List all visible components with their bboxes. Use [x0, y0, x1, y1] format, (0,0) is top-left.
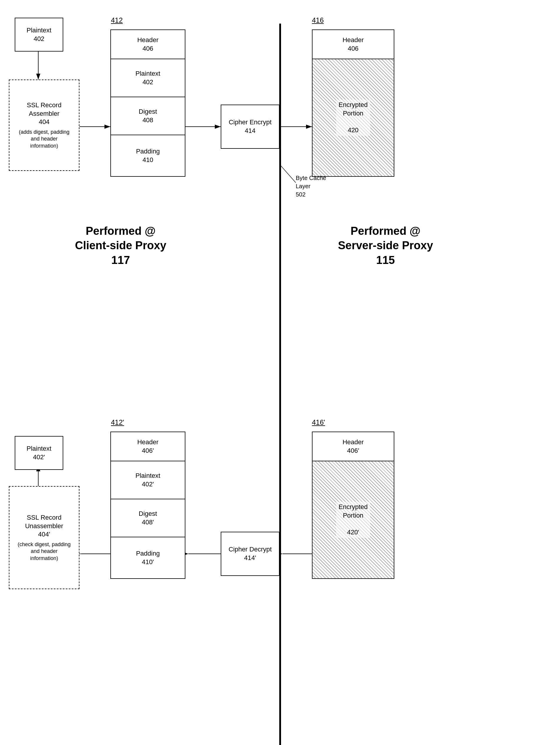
cipher-encrypt-box: Cipher Encrypt 414: [221, 105, 280, 149]
record-416p-encrypted: EncryptedPortion420': [313, 461, 394, 578]
cipher-encrypt-number: 414: [245, 127, 256, 135]
record-412p-digest: Digest408': [111, 499, 185, 537]
ssl-record-unassembler-box: SSL RecordUnassembler 404' (check digest…: [9, 486, 79, 589]
plaintext-box-top: Plaintext 402: [15, 18, 63, 52]
record-412-digest: Digest408: [111, 97, 185, 135]
record-416p-label: 416': [312, 418, 325, 426]
byte-cache-label: Byte CacheLayer502: [296, 174, 326, 199]
record-416-box: Header406 EncryptedPortion420: [312, 29, 394, 177]
server-proxy-label: Performed @Server-side Proxy115: [294, 224, 477, 267]
cipher-decrypt-box: Cipher Decrypt 414': [221, 532, 280, 576]
ssl-unassembler-number: 404': [38, 530, 50, 539]
svg-line-7: [280, 165, 296, 183]
plaintext-label-top: Plaintext: [27, 26, 51, 35]
cipher-encrypt-label: Cipher Encrypt: [229, 118, 272, 127]
ssl-unassembler-label: SSL RecordUnassembler: [25, 514, 63, 530]
record-416p-header: Header406': [313, 432, 394, 461]
ssl-assembler-label: SSL RecordAssembler: [27, 101, 62, 118]
record-412-box: Header406 Plaintext402 Digest408 Padding…: [110, 29, 185, 177]
cipher-decrypt-number: 414': [244, 554, 256, 562]
ssl-assembler-number: 404: [39, 118, 50, 126]
record-412-padding: Padding410: [111, 135, 185, 176]
cipher-decrypt-label: Cipher Decrypt: [229, 545, 272, 554]
ssl-unassembler-note: (check digest, paddingand headerinformat…: [18, 541, 71, 562]
record-412p-plaintext: Plaintext402': [111, 461, 185, 499]
plaintext-box-bottom: Plaintext 402': [15, 436, 63, 470]
record-412-label: 412: [111, 16, 123, 25]
record-412p-padding: Padding410': [111, 537, 185, 578]
record-416-encrypted: EncryptedPortion420: [313, 59, 394, 176]
client-proxy-label: Performed @Client-side Proxy117: [29, 224, 212, 267]
record-412-header: Header406: [111, 30, 185, 59]
ssl-assembler-note: (adds digest, paddingand headerinformati…: [19, 129, 69, 149]
record-416-label: 416: [312, 16, 324, 25]
plaintext-number-top: 402: [34, 35, 44, 43]
plaintext-number-bottom: 402': [33, 453, 45, 462]
record-416p-box: Header406' EncryptedPortion420': [312, 431, 394, 579]
record-416-header: Header406: [313, 30, 394, 59]
record-412p-box: Header406' Plaintext402' Digest408' Padd…: [110, 431, 185, 579]
plaintext-label-bottom: Plaintext: [27, 445, 51, 453]
ssl-record-assembler-box: SSL RecordAssembler 404 (adds digest, pa…: [9, 79, 79, 171]
record-412p-label: 412': [111, 418, 124, 426]
record-412-plaintext: Plaintext402: [111, 59, 185, 97]
record-412p-header: Header406': [111, 432, 185, 461]
